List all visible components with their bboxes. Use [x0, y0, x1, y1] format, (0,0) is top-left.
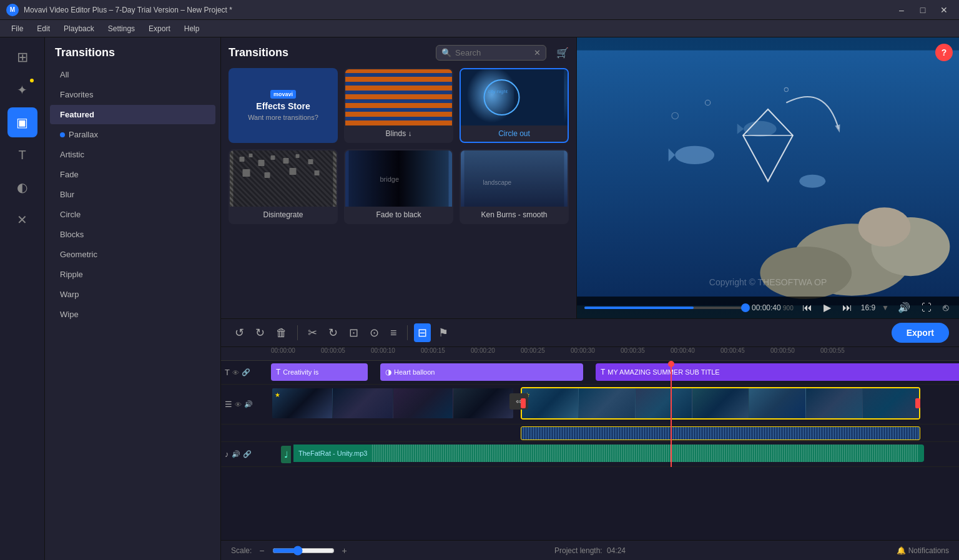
sidebar-item-fade[interactable]: Fade: [50, 165, 215, 184]
adjust-button[interactable]: ≡: [386, 324, 401, 342]
title-track-link-icon[interactable]: 🔗: [242, 368, 250, 376]
delete-button[interactable]: 🗑: [272, 324, 291, 342]
sidebar-item-featured[interactable]: Featured: [50, 105, 215, 124]
titlebar: M Movavi Video Editor Plus – 7-Day Trial…: [0, 0, 959, 20]
menu-export[interactable]: Export: [142, 22, 177, 36]
sidebar-item-favorites[interactable]: Favorites: [50, 85, 215, 104]
cut-button[interactable]: ✂: [304, 323, 321, 342]
video-clip-1[interactable]: ★: [271, 387, 514, 420]
thumb-frame: [522, 388, 579, 418]
timeline: 00:00:00 00:00:05 00:00:10 00:00:15 00:0…: [221, 347, 959, 540]
help-button[interactable]: ?: [935, 44, 953, 61]
volume-button[interactable]: 🔊: [895, 300, 913, 315]
sidebar-item-warp[interactable]: Warp: [50, 285, 215, 304]
tool-tools[interactable]: ✕: [7, 205, 37, 235]
progress-bar[interactable]: [584, 307, 745, 309]
music-track-volume-icon[interactable]: 🔊: [232, 450, 240, 458]
ruler-tick-55: 00:00:55: [820, 347, 845, 354]
transition-fade-to-black[interactable]: bridge Fade to black: [344, 149, 453, 224]
video-clip-2[interactable]: ★: [521, 387, 920, 420]
trim-marker-right[interactable]: [915, 398, 920, 408]
video-track-eye-icon[interactable]: 👁: [235, 401, 242, 408]
sidebar-item-parallax[interactable]: Parallax: [50, 125, 215, 144]
flag-button[interactable]: ⚑: [435, 323, 452, 342]
audio-clip-2[interactable]: [521, 426, 920, 440]
detach-button[interactable]: ⎋: [940, 301, 952, 315]
minimize-button[interactable]: –: [893, 4, 910, 16]
sidebar-item-artistic[interactable]: Artistic: [50, 145, 215, 164]
sidebar-item-geometric[interactable]: Geometric: [50, 245, 215, 264]
clear-icon[interactable]: ✕: [534, 48, 541, 57]
clip-1-star: ★: [275, 390, 280, 399]
transition-disintegrate[interactable]: Disintegrate: [229, 149, 338, 224]
split-button[interactable]: ⊟: [414, 323, 431, 342]
trim-marker-left[interactable]: [521, 398, 526, 408]
menu-help[interactable]: Help: [178, 22, 206, 36]
title-clip-summer[interactable]: T MY AMAZING SUMMER SUB TITLE: [596, 363, 959, 381]
scale-decrease-icon[interactable]: −: [259, 546, 264, 556]
sidebar-item-wipe[interactable]: Wipe: [50, 305, 215, 324]
sidebar-item-blur[interactable]: Blur: [50, 185, 215, 204]
scale-slider[interactable]: [272, 546, 335, 556]
color-button[interactable]: ⊙: [366, 323, 383, 342]
transition-thumb-blinds: [345, 69, 452, 125]
transition-thumb-kenburns: landscape: [461, 150, 568, 207]
sidebar-item-all[interactable]: All: [50, 65, 215, 84]
cart-icon[interactable]: 🛒: [556, 47, 569, 59]
transition-store-card[interactable]: movavi Effects Store Want more transitio…: [229, 68, 338, 143]
close-button[interactable]: ✕: [935, 4, 953, 16]
rotate-button[interactable]: ↻: [325, 323, 342, 342]
svg-rect-5: [240, 157, 245, 162]
skip-forward-button[interactable]: ⏭: [840, 301, 855, 315]
playhead-head: [668, 361, 674, 367]
timeline-ruler: 00:00:00 00:00:05 00:00:10 00:00:15 00:0…: [221, 347, 959, 361]
transition-blinds[interactable]: Blinds ↓: [344, 68, 453, 143]
redo-button[interactable]: ↻: [252, 323, 268, 342]
app-logo: M: [6, 4, 19, 16]
fullscreen-button[interactable]: ⛶: [919, 301, 934, 315]
playhead: [671, 361, 672, 467]
menu-playback[interactable]: Playback: [57, 22, 101, 36]
transition-label-fade: Fade to black: [345, 207, 452, 223]
music-track-link-icon[interactable]: 🔗: [243, 450, 252, 458]
search-input[interactable]: [455, 48, 530, 57]
svg-rect-11: [308, 159, 313, 164]
tool-nightmode[interactable]: ◐: [7, 172, 37, 202]
music-clip-main[interactable]: TheFatRat - Unity.mp3: [293, 445, 924, 462]
video-track-audio-icon[interactable]: 🔊: [244, 400, 253, 408]
title-track-text-icon[interactable]: T: [225, 368, 230, 377]
notifications[interactable]: 🔔 Notifications: [897, 546, 949, 555]
separator-1: [297, 325, 298, 340]
menu-settings[interactable]: Settings: [102, 22, 141, 36]
sidebar-item-circle[interactable]: Circle: [50, 205, 215, 224]
menu-edit[interactable]: Edit: [31, 22, 56, 36]
window-controls[interactable]: – □ ✕: [893, 4, 953, 16]
transition-circle-out[interactable]: city night Circle out: [460, 68, 569, 143]
play-button[interactable]: ▶: [821, 300, 834, 315]
undo-button[interactable]: ↺: [231, 323, 248, 342]
tool-effects[interactable]: ✦: [7, 75, 37, 105]
title-clip-heart-balloon[interactable]: ◑ Heart balloon: [380, 363, 583, 381]
transition-kenburns[interactable]: landscape Ken Burns - smooth: [460, 149, 569, 224]
menu-file[interactable]: File: [5, 22, 29, 36]
title-clip-creativity[interactable]: T Creativity is: [271, 363, 368, 381]
audio-track: [221, 425, 959, 442]
title-clip-summer-label: MY AMAZING SUMMER SUB TITLE: [607, 368, 719, 376]
search-icon: 🔍: [441, 48, 451, 57]
music-track-controls: ♪ 🔊 🔗: [221, 449, 271, 459]
maximize-button[interactable]: □: [914, 4, 932, 16]
crop-button[interactable]: ⊡: [345, 323, 362, 342]
scale-increase-icon[interactable]: +: [342, 546, 347, 556]
export-button[interactable]: Export: [892, 323, 949, 343]
ruler-tick-30: 00:00:30: [571, 347, 595, 354]
music-track-clips: ♩ TheFatRat - Unity.mp3: [271, 442, 959, 466]
skip-back-button[interactable]: ⏮: [800, 301, 815, 315]
title-track-eye-icon[interactable]: 👁: [232, 369, 239, 376]
tool-add-media[interactable]: ⊞: [7, 42, 37, 72]
sidebar-item-ripple[interactable]: Ripple: [50, 265, 215, 284]
sidebar-item-blocks[interactable]: Blocks: [50, 225, 215, 244]
music-track-icon: ♪: [225, 449, 229, 459]
video-clip-1-inner: ★: [272, 388, 513, 418]
tool-filter[interactable]: ▣: [7, 107, 37, 137]
tool-text[interactable]: T: [7, 140, 37, 170]
